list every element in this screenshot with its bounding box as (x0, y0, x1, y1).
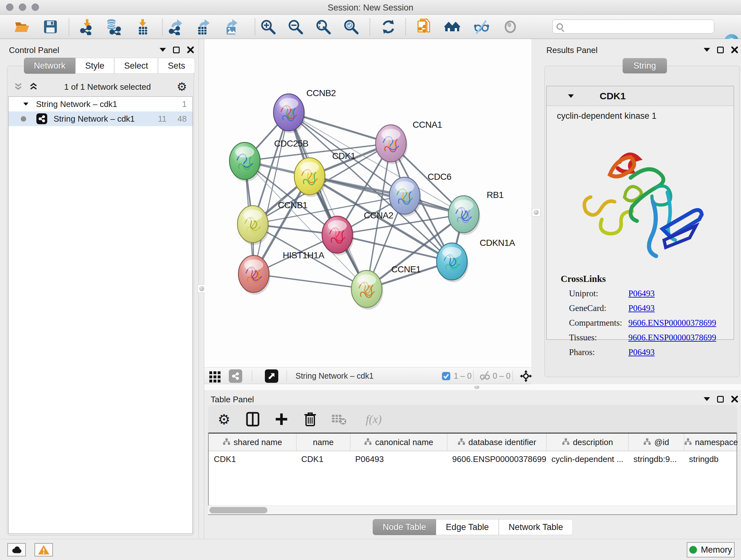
memory-button[interactable]: Memory (687, 542, 735, 557)
table-cell[interactable]: stringdb:9... (628, 454, 684, 464)
network-node-cdkn1a[interactable]: CDKN1A (436, 238, 515, 282)
table-row[interactable]: CDK1CDK1P064939606.ENSP00000378699cyclin… (209, 451, 737, 467)
cloud-tasks-button[interactable] (7, 543, 26, 557)
column-header-namespace[interactable]: namespace (684, 434, 738, 451)
tab-node-table[interactable]: Node Table (373, 519, 436, 535)
export-image-icon[interactable] (222, 18, 240, 36)
node-section-header[interactable]: CDK1 (547, 86, 734, 106)
cloud-icon (10, 545, 23, 555)
table-cell[interactable]: cyclin-dependent ... (546, 454, 628, 464)
search-input[interactable] (565, 22, 706, 31)
horizontal-splitter-grip[interactable] (474, 386, 479, 389)
crosslink-link[interactable]: P06493 (628, 348, 655, 357)
table-cell[interactable]: stringdb (684, 454, 738, 464)
close-panel-icon[interactable] (731, 46, 738, 54)
column-header-shared-name[interactable]: shared name (209, 434, 296, 451)
right-splitter-grip[interactable] (532, 208, 540, 216)
export-network-icon[interactable] (167, 18, 185, 36)
refresh-icon[interactable] (380, 18, 397, 36)
hide-glasses-icon[interactable] (472, 18, 490, 36)
delete-table-icon[interactable] (331, 411, 347, 428)
delete-column-icon[interactable] (302, 411, 319, 428)
network-node-ccna1[interactable]: CCNA1 (376, 120, 442, 164)
float-panel-icon[interactable] (717, 396, 724, 402)
network-edge[interactable] (254, 112, 289, 274)
table-cell[interactable]: CDK1 (296, 454, 350, 464)
preview-eye-icon[interactable] (501, 18, 519, 36)
network-node-rb1[interactable]: RB1 (448, 190, 503, 235)
collapse-panel-icon[interactable] (704, 397, 710, 401)
string-home-icon[interactable] (443, 18, 461, 36)
show-columns-icon[interactable] (245, 411, 261, 428)
horizontal-splitter[interactable] (204, 384, 741, 390)
scrollbar-thumb[interactable] (209, 507, 267, 513)
create-column-icon[interactable] (273, 411, 290, 428)
column-header--id[interactable]: @id (628, 434, 684, 451)
node-table[interactable]: shared namenamecanonical namedatabase id… (208, 433, 737, 515)
network-share-view-icon[interactable] (229, 369, 242, 383)
export-table-icon[interactable] (194, 18, 212, 36)
network-column-icon (684, 437, 692, 447)
table-cell[interactable]: CDK1 (209, 454, 296, 464)
network-row[interactable]: String Network – cdk1 11 48 (9, 111, 192, 126)
warnings-button[interactable] (35, 543, 53, 557)
float-panel-icon[interactable] (173, 47, 180, 53)
fit-content-crosshair-icon[interactable] (520, 370, 532, 384)
tab-select[interactable]: Select (114, 58, 158, 74)
window-title: Session: New Session (0, 3, 741, 13)
selected-checkbox-icon[interactable] (442, 372, 451, 382)
network-graph[interactable]: CCNB2CCNA1CDC25BCDK1CDC6RB1CCNB1CCNA2CDK… (204, 39, 531, 367)
zoom-fit-icon[interactable] (314, 18, 332, 36)
crosslink-link[interactable]: P06493 (628, 289, 655, 299)
column-header-database-identifier[interactable]: database identifier (447, 434, 546, 451)
column-header-description[interactable]: description (546, 434, 628, 451)
network-collection-row[interactable]: String Network – cdk1 1 (9, 97, 192, 111)
birds-eye-view-icon[interactable] (265, 369, 278, 383)
section-collapse-icon[interactable] (568, 94, 574, 98)
left-splitter[interactable] (199, 39, 204, 539)
collapse-panel-icon[interactable] (704, 48, 710, 52)
import-table-file-icon[interactable] (134, 18, 151, 36)
open-session-icon[interactable] (13, 18, 30, 36)
tab-network[interactable]: Network (24, 58, 75, 74)
network-edge[interactable] (254, 274, 367, 289)
open-in-string-icon[interactable] (415, 18, 433, 36)
import-network-database-icon[interactable] (105, 18, 122, 36)
column-header-name[interactable]: name (296, 434, 350, 451)
collapse-all-networks-icon[interactable] (13, 83, 23, 91)
network-node-hist1h1a[interactable]: HIST1H1A (239, 250, 325, 295)
toolbar-separator (405, 18, 406, 35)
tab-sets[interactable]: Sets (158, 58, 195, 74)
zoom-selected-icon[interactable] (342, 18, 360, 36)
toolbar-separator (69, 18, 69, 35)
tab-edge-table[interactable]: Edge Table (436, 519, 499, 535)
table-cell[interactable]: P06493 (350, 454, 447, 464)
import-network-file-icon[interactable] (77, 18, 95, 36)
grid-view-icon[interactable] (209, 370, 221, 384)
crosslink-link[interactable]: 9606.ENSP00000378699 (628, 318, 716, 328)
crosslink-link[interactable]: P06493 (628, 303, 655, 313)
tab-style[interactable]: Style (75, 58, 114, 74)
search-box[interactable] (552, 19, 714, 34)
table-cell[interactable]: 9606.ENSP00000378699 (447, 454, 546, 464)
network-canvas[interactable]: CCNB2CCNA1CDC25BCDK1CDC6RB1CCNB1CCNA2CDK… (204, 39, 531, 367)
column-header-canonical-name[interactable]: canonical name (350, 434, 447, 451)
function-builder-icon[interactable]: f(x) (359, 411, 388, 428)
table-settings-gear-icon[interactable]: ⚙ (216, 411, 232, 428)
close-panel-icon[interactable] (187, 46, 194, 54)
network-node-ccne1[interactable]: CCNE1 (351, 264, 421, 310)
zoom-in-icon[interactable] (259, 18, 277, 36)
save-session-icon[interactable] (42, 18, 59, 36)
crosslink-link[interactable]: 9606.ENSP00000378699 (628, 333, 716, 343)
expand-all-networks-icon[interactable] (29, 83, 38, 91)
close-panel-icon[interactable] (731, 395, 738, 403)
table-horizontal-scrollbar[interactable] (208, 505, 736, 514)
collapse-panel-icon[interactable] (159, 48, 166, 52)
tab-network-table[interactable]: Network Table (499, 519, 573, 535)
tab-string[interactable]: String (623, 58, 667, 73)
zoom-out-icon[interactable] (286, 18, 305, 36)
float-panel-icon[interactable] (717, 47, 724, 53)
hidden-items-icon[interactable] (479, 371, 490, 382)
collection-expand-icon[interactable] (23, 103, 28, 106)
network-options-gear-icon[interactable]: ⚙ (177, 80, 187, 94)
